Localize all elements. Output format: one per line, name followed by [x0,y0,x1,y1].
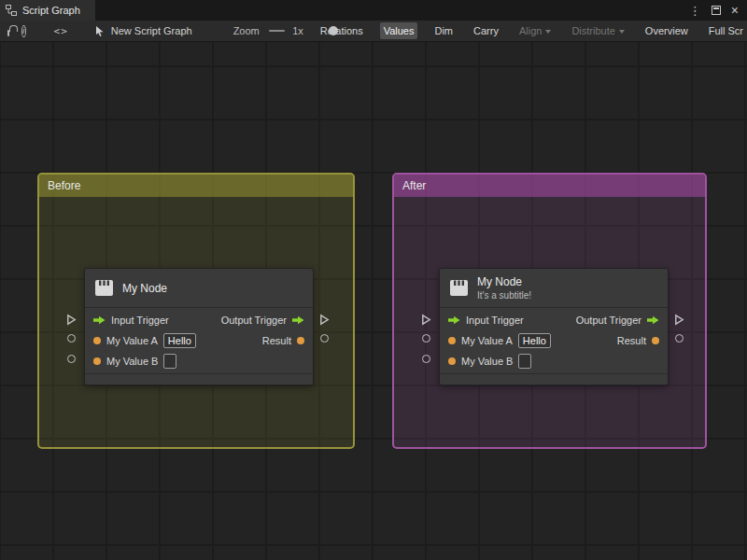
node-footer [440,373,668,385]
value-port-icon[interactable] [93,337,101,344]
port-label-output-trigger: Output Trigger [221,315,287,326]
toolbar: i <> New Script Graph Zoom 1x Relations … [0,21,747,42]
port-row-value-a: My Value A Hello Result [85,330,313,351]
node-icon [94,279,114,297]
node-subtitle: It's a subtitle! [477,290,531,301]
port-row-trigger: Input Trigger Output Trigger [440,310,668,330]
port-label-output-trigger: Output Trigger [576,315,641,326]
node-body: Input Trigger Output Trigger My Value A … [85,308,313,373]
script-graph-icon [6,5,17,16]
distribute-button[interactable]: Distribute [568,22,627,39]
group-title: After [402,179,426,192]
dim-button[interactable]: Dim [430,22,457,39]
chevron-down-icon [545,30,551,34]
node-header: My Node It's a subtitle! [440,269,668,308]
node-icon [449,279,469,297]
value-port-icon[interactable] [652,337,659,344]
port-label-result: Result [262,335,291,346]
node-footer [85,373,313,385]
close-icon[interactable]: × [731,4,739,17]
carry-button[interactable]: Carry [470,22,502,39]
value-b-input[interactable] [518,354,531,369]
code-icon[interactable]: <> [54,25,68,37]
port-row-trigger: Input Trigger Output Trigger [85,310,313,330]
info-icon[interactable]: i [21,25,25,37]
outer-value-b-port[interactable] [422,355,430,363]
chevron-down-icon [619,30,625,34]
outer-trigger-in-port[interactable] [421,313,431,329]
zoom-value: 1x [292,25,303,36]
flow-arrow-out-icon[interactable] [647,315,659,325]
zoom-slider[interactable] [269,30,285,32]
graph-canvas[interactable]: Before My Node [0,42,747,560]
group-after: After My Node It's a subtitle! [392,173,707,449]
outer-result-port[interactable] [675,334,684,343]
node-title: My Node [122,282,167,295]
align-button[interactable]: Align [515,22,555,39]
value-a-input[interactable]: Hello [518,333,551,348]
port-label-input-trigger: Input Trigger [111,315,169,326]
port-row-value-a: My Value A Hello Result [440,330,668,351]
node-title: My Node [477,275,531,288]
value-port-icon[interactable] [448,357,456,365]
value-b-input[interactable] [163,354,176,369]
value-port-icon[interactable] [448,337,456,344]
outer-trigger-out-port[interactable] [319,313,330,329]
node-my-node-before[interactable]: My Node Input Trigger Output Trigger [84,268,314,385]
relations-button[interactable]: Relations [317,22,367,39]
node-body: Input Trigger Output Trigger My Value A … [440,308,668,373]
port-row-value-b: My Value B [85,351,313,371]
lock-icon[interactable] [7,30,9,36]
zoom-slider-thumb[interactable] [329,26,338,35]
port-label-value-b: My Value B [461,356,513,367]
tab-script-graph[interactable]: Script Graph [0,0,95,21]
flow-arrow-in-icon[interactable] [93,315,106,325]
group-before: Before My Node [37,173,355,449]
value-a-input[interactable]: Hello [163,333,196,348]
node-my-node-after[interactable]: My Node It's a subtitle! Input Trigger O… [439,268,669,385]
flow-arrow-in-icon[interactable] [448,315,460,325]
port-row-value-b: My Value B [440,351,668,371]
values-button[interactable]: Values [380,22,418,39]
value-port-icon[interactable] [93,357,101,365]
graph-name-label[interactable]: New Script Graph [111,25,192,36]
group-title: Before [48,179,80,192]
kebab-menu-icon[interactable]: ⋮ [689,5,701,17]
overview-button[interactable]: Overview [641,22,692,39]
group-after-header[interactable]: After [394,175,705,197]
group-before-header[interactable]: Before [39,175,353,197]
outer-value-a-port[interactable] [67,334,76,343]
outer-trigger-in-port[interactable] [66,313,77,329]
port-label-input-trigger: Input Trigger [466,315,524,326]
value-port-icon[interactable] [297,337,304,344]
port-label-result: Result [617,335,646,346]
flow-arrow-out-icon[interactable] [292,315,304,325]
outer-result-port[interactable] [320,334,329,343]
pointer-cursor-icon [94,25,106,37]
port-label-value-a: My Value A [106,335,158,346]
outer-value-a-port[interactable] [422,334,430,343]
tab-label: Script Graph [22,5,80,16]
titlebar: Script Graph ⋮ × [0,0,747,21]
port-label-value-b: My Value B [106,356,158,367]
zoom-label: Zoom [233,25,260,36]
node-header: My Node [85,269,313,308]
outer-trigger-out-port[interactable] [674,313,684,329]
window-controls: ⋮ × [689,0,747,21]
port-label-value-a: My Value A [461,335,513,346]
maximize-icon[interactable] [712,6,721,15]
fullscreen-button[interactable]: Full Scr [705,22,747,39]
outer-value-b-port[interactable] [67,355,76,363]
